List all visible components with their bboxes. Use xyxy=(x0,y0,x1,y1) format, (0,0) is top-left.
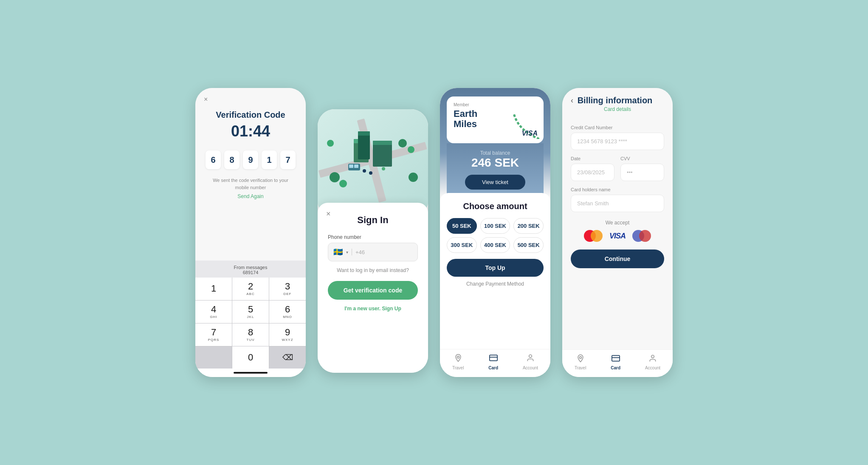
billing-title: Billing information xyxy=(573,96,657,105)
amounts-grid: 50 SEK 100 SEK 200 SEK 300 SEK 400 SEK 5… xyxy=(447,218,544,253)
code-boxes: 6 8 9 1 7 xyxy=(195,150,306,169)
key-3[interactable]: 3DEF xyxy=(269,278,306,300)
card-nav-label: Card xyxy=(488,366,498,370)
svg-point-5 xyxy=(408,146,414,153)
nav-account-billing[interactable]: Account xyxy=(645,354,660,370)
total-balance-label: Total balance xyxy=(454,150,537,156)
nav-account[interactable]: Account xyxy=(523,354,538,370)
key-9[interactable]: 9WXYZ xyxy=(269,323,306,346)
cardholder-input[interactable]: Stefan Smith xyxy=(571,195,664,212)
svg-point-20 xyxy=(457,356,459,358)
credit-card-input[interactable]: 1234 5678 9123 **** xyxy=(571,133,664,150)
billing-content: Credit Card Number 1234 5678 9123 **** D… xyxy=(562,119,673,349)
svg-point-7 xyxy=(409,173,418,182)
svg-rect-13 xyxy=(358,131,370,136)
email-login-link[interactable]: Want to log in by email instead? xyxy=(328,267,418,273)
phone-input-placeholder[interactable]: +46 xyxy=(355,249,412,255)
choose-amount-title: Choose amount xyxy=(447,201,544,211)
key-1[interactable]: 1 xyxy=(195,278,232,300)
account-icon xyxy=(526,354,535,364)
mastercard-logo xyxy=(584,230,603,242)
svg-rect-11 xyxy=(373,141,392,145)
code-digit-2[interactable]: 8 xyxy=(224,150,240,169)
city-svg xyxy=(318,109,428,211)
change-payment-link[interactable]: Change Payment Method xyxy=(447,281,544,287)
code-digit-4[interactable]: 1 xyxy=(262,150,277,169)
amount-50[interactable]: 50 SEK xyxy=(447,218,477,234)
amount-500[interactable]: 500 SEK xyxy=(513,237,544,253)
key-5[interactable]: 5JKL xyxy=(232,301,269,323)
card-icon-billing xyxy=(612,354,620,364)
date-label: Date xyxy=(571,156,614,161)
we-accept-label: We accept xyxy=(571,220,664,226)
key-8[interactable]: 8TUV xyxy=(232,323,269,346)
code-digit-1[interactable]: 6 xyxy=(206,150,221,169)
phone-card: Member EarthMiles VISA Total balance 246… xyxy=(440,88,550,377)
payment-logos: VISA xyxy=(571,230,664,242)
phone-number-label: Phone number xyxy=(328,234,418,240)
amount-200[interactable]: 200 SEK xyxy=(513,218,544,234)
nav-travel[interactable]: Travel xyxy=(452,354,464,370)
home-indicator xyxy=(234,372,268,374)
member-card: Member EarthMiles VISA xyxy=(447,96,544,143)
amount-300[interactable]: 300 SEK xyxy=(447,237,477,253)
date-input[interactable]: 23/08/2025 xyxy=(571,164,614,181)
close-button[interactable]: × xyxy=(195,88,306,103)
account-label-billing: Account xyxy=(645,366,660,370)
visa-logo: VISA xyxy=(609,232,626,241)
verification-title: Verification Code xyxy=(195,110,306,120)
card-icon xyxy=(489,354,498,364)
svg-point-17 xyxy=(363,169,366,173)
continue-button[interactable]: Continue xyxy=(571,250,664,268)
phone-billing: ‹ Billing information Card details Credi… xyxy=(562,88,673,377)
amount-100[interactable]: 100 SEK xyxy=(480,218,510,234)
svg-point-6 xyxy=(327,140,334,147)
cvv-input[interactable]: ••• xyxy=(620,164,664,181)
key-6[interactable]: 6MNO xyxy=(269,301,306,323)
travel-icon-billing xyxy=(576,354,585,364)
svg-rect-16 xyxy=(354,164,358,168)
card-label-billing: Card xyxy=(611,366,620,370)
key-0[interactable]: 0 xyxy=(232,346,269,369)
top-up-button[interactable]: Top Up xyxy=(447,259,544,277)
dropdown-icon[interactable]: ▾ xyxy=(346,250,348,255)
svg-point-19 xyxy=(382,167,385,170)
account-icon-billing xyxy=(648,354,657,364)
billing-bottom-nav: Travel Card Account xyxy=(562,349,673,377)
signin-title: Sign In xyxy=(328,215,418,226)
nav-travel-billing[interactable]: Travel xyxy=(575,354,586,370)
svg-point-2 xyxy=(330,172,340,182)
get-verification-code-button[interactable]: Get verification code xyxy=(328,281,418,300)
nav-card[interactable]: Card xyxy=(488,354,498,370)
cardholder-label: Card holders name xyxy=(571,187,664,192)
view-ticket-button[interactable]: View ticket xyxy=(465,175,525,190)
nav-card-billing[interactable]: Card xyxy=(611,354,620,370)
key-backspace[interactable]: ⌫ xyxy=(269,346,306,369)
from-messages-label: From messages 689174 xyxy=(195,261,306,278)
svg-point-4 xyxy=(398,139,407,147)
svg-point-27 xyxy=(651,355,654,358)
amount-400[interactable]: 400 SEK xyxy=(480,237,510,253)
svg-point-18 xyxy=(369,171,372,175)
member-label: Member xyxy=(454,102,537,107)
svg-rect-10 xyxy=(373,143,392,167)
key-7[interactable]: 7PQRS xyxy=(195,323,232,346)
svg-rect-21 xyxy=(489,355,497,360)
sign-up-link[interactable]: Sign Up xyxy=(382,306,401,312)
screens-container: × Verification Code 01:44 6 8 9 1 7 We s… xyxy=(195,88,673,377)
maestro-logo xyxy=(632,230,651,242)
code-digit-3[interactable]: 9 xyxy=(243,150,258,169)
home-bar xyxy=(195,369,306,377)
key-4[interactable]: 4GHI xyxy=(195,301,232,323)
verification-timer: 01:44 xyxy=(195,122,306,140)
phone-signin: × Sign In Phone number 🇸🇪 ▾ +46 Want to … xyxy=(318,109,428,373)
signin-close-button[interactable]: × xyxy=(326,210,331,218)
numpad: 1 2ABC 3DEF 4GHI 5JKL 6MNO 7PQRS 8TUV 9W… xyxy=(195,278,306,369)
send-again-link[interactable]: Send Again xyxy=(195,193,306,199)
cvv-label: CVV xyxy=(620,156,664,161)
phone-number-input[interactable]: 🇸🇪 ▾ +46 xyxy=(328,243,418,261)
travel-nav-label: Travel xyxy=(452,366,464,370)
card-content: Choose amount 50 SEK 100 SEK 200 SEK 300… xyxy=(440,193,550,349)
key-2[interactable]: 2ABC xyxy=(232,278,269,300)
code-digit-5[interactable]: 7 xyxy=(280,150,296,169)
